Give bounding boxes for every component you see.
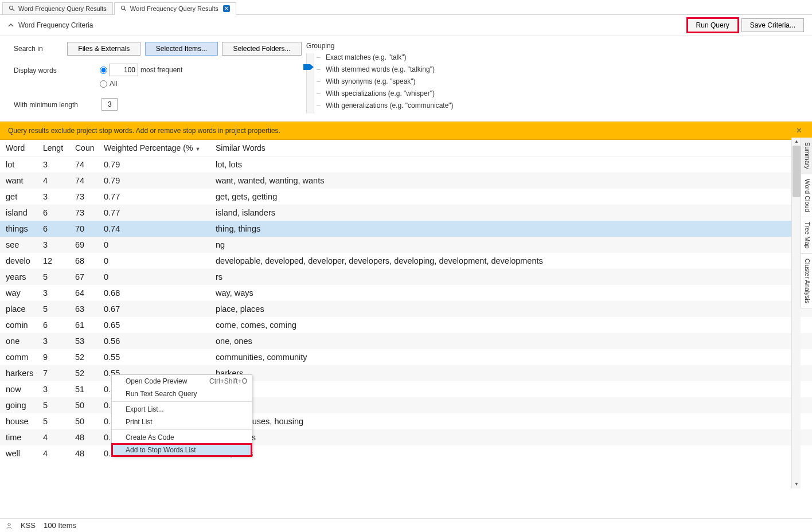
table-row[interactable]: comin6610.65come, comes, coming — [0, 317, 812, 333]
grouping-option: –With synonyms (e.g. "speak") — [317, 77, 454, 85]
cell-word: see — [6, 240, 43, 249]
cell-length: 5 — [43, 417, 75, 426]
cell-length: 6 — [43, 224, 75, 233]
svg-line-3 — [124, 9, 126, 11]
save-criteria-button[interactable]: Save Criteria... — [741, 18, 804, 32]
cell-word: time — [6, 433, 43, 442]
table-row[interactable]: develo12680developable, developed, devel… — [0, 253, 812, 269]
cell-count: 70 — [75, 224, 104, 233]
cell-count: 68 — [75, 256, 104, 265]
selected-folders-button[interactable]: Selected Folders... — [222, 42, 301, 56]
cell-length: 5 — [43, 272, 75, 281]
cell-similar: way, ways — [216, 288, 806, 298]
banner-close-icon[interactable]: × — [794, 126, 804, 136]
cm-run-text-search[interactable]: Run Text Search Query — [112, 388, 252, 400]
tab-inactive[interactable]: Word Frequency Query Results — [2, 2, 113, 14]
cell-weighted: 0.65 — [104, 320, 216, 330]
cell-count: 74 — [75, 176, 104, 185]
scroll-down-icon[interactable]: ▼ — [793, 480, 801, 488]
cell-weighted: 0.77 — [104, 192, 216, 201]
cell-weighted: 0.77 — [104, 208, 216, 217]
tab-active[interactable]: Word Frequency Query Results ✕ — [114, 2, 236, 15]
cell-length: 3 — [43, 240, 75, 249]
cell-similar: time, times — [216, 433, 806, 442]
close-icon[interactable]: ✕ — [223, 5, 230, 12]
cell-weighted: 0.68 — [104, 288, 216, 298]
table-row[interactable]: comm9520.55communities, community — [0, 349, 812, 365]
side-tab-cluster-analysis[interactable]: Cluster Analysis — [801, 254, 812, 308]
cell-word: one — [6, 337, 43, 346]
cell-similar: communities, community — [216, 353, 806, 362]
slider-thumb-icon[interactable] — [303, 64, 314, 70]
criteria-header: Word Frequency Criteria Run Query Save C… — [0, 15, 812, 36]
side-tab-summary[interactable]: Summary — [801, 138, 812, 174]
table-row[interactable]: want4740.79want, wanted, wanting, wants — [0, 173, 812, 189]
col-length[interactable]: Lengt — [43, 143, 75, 152]
cm-separator — [112, 401, 252, 402]
cell-length: 7 — [43, 369, 75, 378]
side-tab-word-cloud[interactable]: Word Cloud — [801, 174, 812, 217]
col-count[interactable]: Coun — [75, 143, 104, 152]
table-row[interactable]: things6700.74thing, things — [0, 221, 812, 237]
cell-length: 12 — [43, 256, 75, 265]
cell-length: 3 — [43, 385, 75, 394]
cm-separator — [112, 429, 252, 430]
chevron-up-icon[interactable] — [8, 22, 14, 28]
table-row[interactable]: years5670rs — [0, 269, 812, 285]
cell-similar: harkers — [216, 369, 806, 378]
cell-similar: lot, lots — [216, 160, 806, 169]
cm-create-as-code[interactable]: Create As Code — [112, 431, 252, 444]
cm-open-code-preview[interactable]: Open Code Preview Ctrl+Shift+O — [112, 375, 252, 388]
cell-weighted: 0 — [104, 272, 216, 281]
grouping-option: –With stemmed words (e.g. "talking") — [317, 65, 454, 73]
min-length-input[interactable] — [102, 98, 118, 111]
tab-label: Word Frequency Query Results — [130, 5, 218, 12]
table-row[interactable]: get3730.77get, gets, getting — [0, 189, 812, 205]
grouping-slider[interactable] — [306, 53, 314, 114]
context-menu: Open Code Preview Ctrl+Shift+O Run Text … — [111, 374, 252, 457]
scroll-thumb[interactable] — [793, 146, 801, 197]
vertical-scrollbar[interactable]: ▲ ▼ — [791, 138, 801, 488]
table-row[interactable]: one3530.56one, ones — [0, 333, 812, 349]
cm-print-list[interactable]: Print List — [112, 416, 252, 428]
user-icon — [6, 522, 13, 529]
table-row[interactable]: lot3740.79lot, lots — [0, 157, 812, 173]
table-row[interactable]: way3640.68way, ways — [0, 285, 812, 301]
cell-count: 53 — [75, 337, 104, 346]
cm-export-list[interactable]: Export List... — [112, 403, 252, 416]
cell-length: 4 — [43, 449, 75, 458]
table-row[interactable]: see3690ng — [0, 237, 812, 253]
run-query-button[interactable]: Run Query — [688, 18, 738, 32]
cell-length: 3 — [43, 192, 75, 201]
side-tab-tree-map[interactable]: Tree Map — [801, 217, 812, 254]
all-label: All — [110, 80, 117, 88]
cell-count: 50 — [75, 417, 104, 426]
cell-similar: island, islanders — [216, 208, 806, 217]
most-frequent-input[interactable] — [110, 64, 138, 76]
files-externals-button[interactable]: Files & Externals — [67, 42, 140, 56]
cell-word: get — [6, 192, 43, 201]
tab-label: Word Frequency Query Results — [18, 5, 107, 12]
table-row[interactable]: place5630.67place, places — [0, 301, 812, 317]
cell-similar: want, wanted, wanting, wants — [216, 176, 806, 185]
col-weighted[interactable]: Weighted Percentage (%▼ — [104, 143, 216, 152]
cell-similar: get, gets, getting — [216, 192, 806, 201]
cell-word: develo — [6, 256, 43, 265]
all-radio[interactable] — [100, 80, 107, 88]
cell-word: island — [6, 208, 43, 217]
cm-add-stop-words[interactable]: Add to Stop Words List — [112, 444, 252, 456]
col-word[interactable]: Word — [6, 143, 43, 152]
cell-similar: rs — [216, 272, 806, 281]
cell-word: years — [6, 272, 43, 281]
cell-word: want — [6, 176, 43, 185]
scroll-up-icon[interactable]: ▲ — [793, 138, 801, 146]
table-row[interactable]: island6730.77island, islanders — [0, 205, 812, 221]
cell-count: 50 — [75, 401, 104, 410]
most-frequent-radio[interactable] — [100, 66, 107, 74]
status-user: KSS — [21, 521, 36, 530]
search-in-label: Search in — [14, 42, 65, 56]
col-similar[interactable]: Similar Words — [216, 143, 806, 152]
results-table: Word Lengt Coun Weighted Percentage (%▼ … — [0, 140, 812, 490]
selected-items-button[interactable]: Selected Items... — [145, 42, 218, 56]
cm-shortcut: Ctrl+Shift+O — [209, 377, 247, 385]
